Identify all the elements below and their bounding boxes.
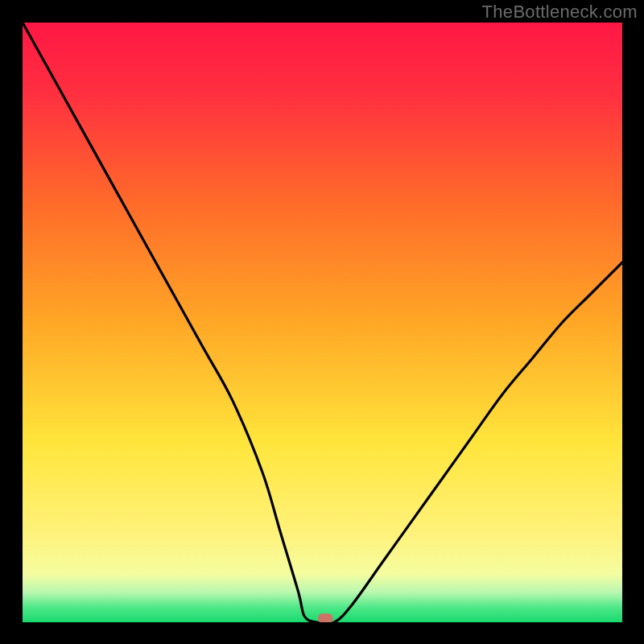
watermark-text: TheBottleneck.com <box>482 2 638 23</box>
bottleneck-chart <box>23 23 622 622</box>
chart-frame: TheBottleneck.com <box>0 0 644 644</box>
gradient-background <box>23 23 622 622</box>
minimum-marker <box>318 613 332 622</box>
